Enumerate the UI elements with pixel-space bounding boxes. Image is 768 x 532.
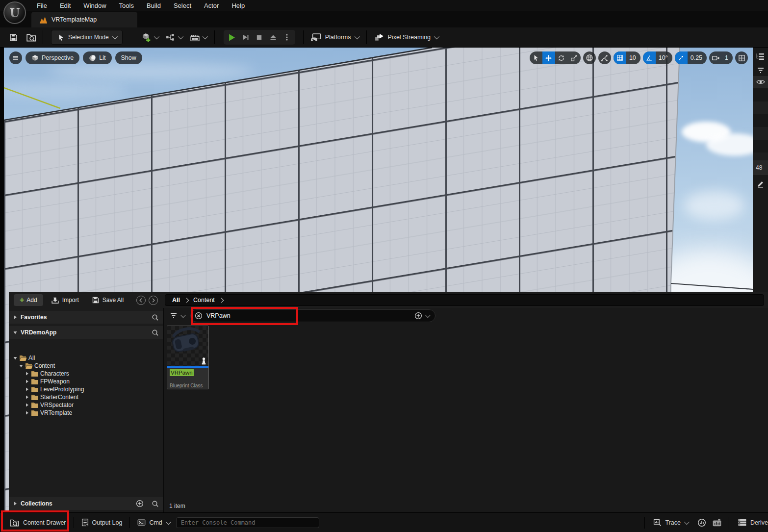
stop-button[interactable] bbox=[253, 31, 266, 44]
chevron-down-icon bbox=[180, 312, 186, 318]
cursor-icon bbox=[57, 34, 65, 41]
tree-item-all[interactable]: All bbox=[9, 354, 163, 362]
tree-item-fpweapon[interactable]: FPWeapon bbox=[9, 378, 163, 385]
browse-content-button[interactable] bbox=[22, 27, 41, 48]
menu-help[interactable]: Help bbox=[225, 0, 251, 11]
breadcrumb: All Content bbox=[165, 294, 764, 306]
tree-label: FPWeapon bbox=[40, 378, 70, 385]
save-button[interactable] bbox=[5, 27, 22, 48]
lit-dropdown[interactable]: Lit bbox=[83, 51, 111, 64]
save-search-plus-icon[interactable] bbox=[414, 312, 422, 320]
move-tool-button[interactable] bbox=[542, 51, 555, 64]
skip-icon bbox=[242, 33, 250, 41]
breadcrumb-content[interactable]: Content bbox=[193, 297, 215, 304]
panel-row bbox=[753, 152, 768, 160]
right-strip-value[interactable]: 48 bbox=[753, 160, 768, 175]
favorites-section[interactable]: Favorites bbox=[9, 311, 163, 324]
select-tool-button[interactable] bbox=[530, 51, 542, 64]
edit-pencil-icon[interactable] bbox=[753, 177, 768, 191]
rotate-tool-button[interactable] bbox=[555, 51, 568, 64]
rotation-snap-control[interactable]: 10° bbox=[643, 51, 672, 64]
menu-window[interactable]: Window bbox=[77, 0, 112, 11]
unreal-engine-logo[interactable]: U bbox=[3, 1, 26, 24]
tree-label: StarterContent bbox=[40, 394, 78, 401]
search-input[interactable] bbox=[205, 312, 411, 320]
eject-button[interactable] bbox=[267, 31, 280, 44]
trace-dropdown[interactable]: Trace bbox=[647, 513, 694, 532]
play-options-button[interactable] bbox=[281, 31, 293, 44]
rotation-snap-value: 10° bbox=[656, 51, 672, 64]
search-icon[interactable] bbox=[152, 314, 159, 321]
show-dropdown[interactable]: Show bbox=[115, 51, 142, 64]
menu-edit[interactable]: Edit bbox=[53, 0, 77, 11]
back-button[interactable] bbox=[136, 296, 146, 305]
scale-tool-button[interactable] bbox=[568, 51, 581, 64]
add-actor-button[interactable] bbox=[137, 27, 162, 48]
eye-icon[interactable] bbox=[753, 76, 768, 88]
grid-snap-control[interactable]: 10 bbox=[614, 51, 640, 64]
asset-search-box[interactable] bbox=[190, 309, 435, 322]
selection-mode-dropdown[interactable]: Selection Mode bbox=[51, 30, 123, 45]
tree-item-vrspectator[interactable]: VRSpectator bbox=[9, 401, 163, 409]
filters-funnel-icon[interactable] bbox=[170, 312, 178, 319]
menu-actor[interactable]: Actor bbox=[198, 0, 225, 11]
screenshot-stats-button[interactable] bbox=[709, 513, 725, 532]
select-arrow-icon bbox=[533, 54, 539, 61]
items-count: 1 item bbox=[169, 503, 185, 509]
folder-icon bbox=[31, 378, 39, 385]
menu-file[interactable]: File bbox=[30, 0, 53, 11]
pixel-streaming-dropdown[interactable]: Pixel Streaming bbox=[371, 27, 442, 48]
camera-speed-control[interactable]: 1 bbox=[709, 51, 733, 64]
folder-icon bbox=[31, 402, 39, 408]
collections-section[interactable]: Collections bbox=[9, 497, 163, 510]
add-collection-icon[interactable] bbox=[136, 500, 144, 507]
frame-skip-button[interactable] bbox=[239, 31, 252, 44]
play-button[interactable] bbox=[226, 31, 238, 44]
value-48: 48 bbox=[756, 164, 762, 171]
asset-tile-vrpawn[interactable]: VRPawn Blueprint Class bbox=[167, 326, 209, 389]
output-log-button[interactable]: Output Log bbox=[75, 513, 129, 532]
cinematics-button[interactable] bbox=[186, 27, 210, 48]
derived-data-button[interactable]: Derive bbox=[731, 513, 768, 532]
outliner-icon[interactable] bbox=[753, 51, 768, 62]
menu-select[interactable]: Select bbox=[167, 0, 198, 11]
project-section[interactable]: VRDemoApp bbox=[9, 326, 163, 339]
cube-plus-icon bbox=[141, 32, 152, 43]
import-button[interactable]: Import bbox=[46, 294, 84, 306]
breadcrumb-all[interactable]: All bbox=[172, 297, 180, 304]
server-icon bbox=[738, 518, 747, 527]
search-icon[interactable] bbox=[152, 500, 159, 507]
clear-search-icon[interactable] bbox=[195, 312, 203, 320]
stats-gauge-button[interactable] bbox=[694, 513, 709, 532]
surface-snapping-button[interactable] bbox=[598, 51, 611, 64]
tree-item-startercontent[interactable]: StarterContent bbox=[9, 393, 163, 401]
perspective-dropdown[interactable]: Perspective bbox=[26, 51, 79, 64]
console-command-input[interactable] bbox=[176, 517, 319, 528]
import-label: Import bbox=[62, 297, 79, 304]
viewport-options-button[interactable] bbox=[9, 51, 22, 64]
world-coordinate-button[interactable] bbox=[583, 51, 596, 64]
grid-icon bbox=[616, 54, 623, 61]
camera-speed-value: 1 bbox=[722, 51, 733, 64]
tree-item-content[interactable]: Content bbox=[9, 362, 163, 370]
maximize-viewport-button[interactable] bbox=[735, 51, 748, 64]
tab-vrtemplatemap[interactable]: VRTemplateMap bbox=[31, 12, 137, 27]
expander-right-icon bbox=[25, 371, 29, 376]
blueprints-button[interactable] bbox=[162, 27, 186, 48]
tree-item-levelprototyping[interactable]: LevelPrototyping bbox=[9, 385, 163, 393]
add-button[interactable]: + Add bbox=[14, 294, 43, 306]
search-icon[interactable] bbox=[152, 329, 159, 336]
menu-build[interactable]: Build bbox=[140, 0, 167, 11]
cmd-dropdown[interactable]: Cmd bbox=[131, 513, 176, 532]
menu-tools[interactable]: Tools bbox=[113, 0, 140, 11]
platforms-dropdown[interactable]: Platforms bbox=[307, 27, 362, 48]
save-icon bbox=[92, 296, 100, 304]
forward-button[interactable] bbox=[149, 296, 158, 305]
filter-icon[interactable] bbox=[753, 65, 768, 76]
folder-search-icon bbox=[26, 33, 37, 42]
tree-item-characters[interactable]: Characters bbox=[9, 370, 163, 378]
save-all-button[interactable]: Save All bbox=[87, 294, 128, 306]
scale-snap-control[interactable]: 0.25 bbox=[675, 51, 707, 64]
tree-item-vrtemplate[interactable]: VRTemplate bbox=[9, 409, 163, 417]
content-drawer-button[interactable]: Content Drawer bbox=[3, 513, 73, 532]
